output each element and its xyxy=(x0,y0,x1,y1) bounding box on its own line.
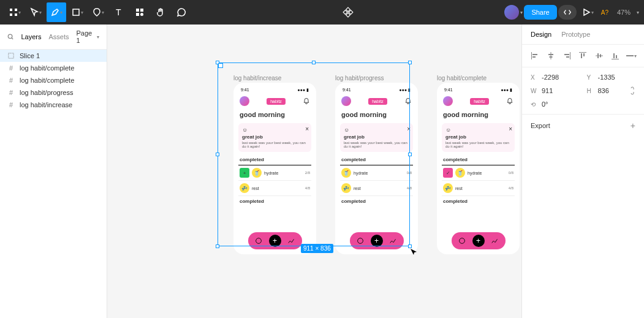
zoom-level[interactable]: 47% xyxy=(612,9,635,16)
phone-frame-3[interactable]: 9:41●●● ▮ habitz good morning ×☺great jo… xyxy=(437,83,520,254)
toolbar-right: ▾ Share ▾ A? 47% ▾ xyxy=(504,2,639,22)
prop-y[interactable]: Y-1335 xyxy=(587,74,636,81)
transform-props: X-2298 Y-1335 W911 H836 ⟲0° xyxy=(522,67,644,115)
layer-frame[interactable]: # log habit/complete xyxy=(0,74,107,86)
search-icon[interactable] xyxy=(7,33,13,40)
svg-rect-28 xyxy=(596,56,603,56)
slice-icon xyxy=(7,52,15,59)
nav-icon-2 xyxy=(491,237,499,245)
add-export-icon[interactable]: + xyxy=(631,121,635,131)
svg-rect-7 xyxy=(140,9,143,12)
svg-rect-33 xyxy=(616,55,617,58)
pen-tool[interactable]: ▾ xyxy=(47,2,66,22)
tab-design[interactable]: Design xyxy=(531,31,551,38)
bottom-nav: + xyxy=(452,232,506,249)
svg-rect-0 xyxy=(10,9,12,11)
nav-plus-icon: + xyxy=(472,235,485,247)
card-title: great job xyxy=(445,134,511,140)
layer-label: log habit/complete xyxy=(20,77,74,84)
resources-tool[interactable] xyxy=(130,2,150,22)
selection-handle[interactable] xyxy=(216,153,219,156)
svg-rect-19 xyxy=(551,52,551,59)
hydrate-icon: 🥤 xyxy=(455,168,465,178)
play-button[interactable]: ▾ xyxy=(578,2,597,22)
selection-handle[interactable] xyxy=(216,244,219,248)
svg-rect-2 xyxy=(10,13,12,16)
svg-point-9 xyxy=(140,13,143,16)
layers-list: Slice 1 # log habit/complete # log habit… xyxy=(0,50,107,318)
menu-button[interactable]: ▾ xyxy=(5,2,25,22)
layer-frame[interactable]: # log habit/increase xyxy=(0,99,107,111)
svg-rect-20 xyxy=(548,54,553,55)
nav-icon-1 xyxy=(458,237,466,245)
frame-label[interactable]: log habit/complete xyxy=(437,75,487,81)
move-tool[interactable]: ▾ xyxy=(26,2,45,22)
avatar[interactable] xyxy=(504,5,519,20)
tab-layers[interactable]: Layers xyxy=(21,33,41,40)
svg-rect-3 xyxy=(15,13,17,16)
selection-handle[interactable] xyxy=(216,61,219,64)
tab-prototype[interactable]: Prototype xyxy=(561,31,590,38)
check-icon: ✓ xyxy=(443,168,453,178)
svg-rect-6 xyxy=(136,9,139,12)
section-title: completed xyxy=(442,196,515,206)
layer-frame[interactable]: # log habit/complete xyxy=(0,62,107,74)
section-title: completed xyxy=(442,154,515,165)
frame-icon: # xyxy=(7,89,15,96)
hand-tool[interactable] xyxy=(151,2,170,22)
comment-tool[interactable] xyxy=(172,2,191,22)
layer-slice[interactable]: Slice 1 xyxy=(0,50,107,62)
dev-mode-toggle[interactable] xyxy=(558,5,577,20)
selection-box[interactable] xyxy=(218,62,410,246)
inspector-panel: Design Prototype ▾ X-2298 Y-1335 W911 H8… xyxy=(521,25,644,318)
selection-handle[interactable] xyxy=(312,61,316,64)
svg-rect-17 xyxy=(532,54,537,55)
frame-tool[interactable]: ▾ xyxy=(67,2,87,22)
panel-tabs: Layers Assets Page 1▾ xyxy=(0,25,107,50)
svg-rect-22 xyxy=(570,52,570,59)
align-center-h-icon[interactable] xyxy=(545,50,556,62)
text-tool[interactable]: T xyxy=(109,2,129,22)
layer-label: log habit/progress xyxy=(20,89,73,96)
info-card: ×☺great joblast week was your best week,… xyxy=(442,123,515,152)
export-label: Export xyxy=(531,122,550,129)
tab-assets[interactable]: Assets xyxy=(49,33,69,40)
selection-handle[interactable] xyxy=(408,61,412,64)
phone-header: habitz xyxy=(442,94,515,108)
svg-rect-4 xyxy=(73,9,79,15)
prop-w[interactable]: W911 xyxy=(531,87,580,94)
shape-tool[interactable]: ▾ xyxy=(88,2,108,22)
layer-frame[interactable]: # log habit/progress xyxy=(0,86,107,99)
frame-icon: # xyxy=(7,77,15,84)
status-bar: 9:41●●● ▮ xyxy=(442,86,515,94)
cursor-icon xyxy=(410,248,417,256)
distribute-icon[interactable]: ▾ xyxy=(626,50,637,62)
svg-rect-32 xyxy=(613,53,615,58)
align-top-icon[interactable] xyxy=(577,50,588,62)
missing-fonts-badge[interactable]: A? xyxy=(599,9,611,16)
canvas[interactable]: log habit/increase log habit/progress lo… xyxy=(107,25,521,318)
svg-text:T: T xyxy=(116,7,121,17)
selection-handle[interactable] xyxy=(408,153,412,156)
prop-rotation[interactable]: ⟲0° xyxy=(531,100,580,108)
svg-rect-23 xyxy=(564,54,569,55)
top-toolbar: ▾ ▾ ▾ ▾ ▾ T ▾ Share ▾ A? 47% ▾ xyxy=(0,0,644,25)
page-selector[interactable]: Page 1▾ xyxy=(77,29,99,44)
svg-rect-1 xyxy=(15,9,17,11)
share-button[interactable]: Share xyxy=(524,5,556,20)
prop-h[interactable]: H836 xyxy=(587,87,636,94)
rest-icon: 💤 xyxy=(443,183,453,193)
svg-rect-34 xyxy=(626,55,634,56)
align-right-icon[interactable] xyxy=(561,50,572,62)
card-emoji: ☺ xyxy=(445,127,511,133)
align-bottom-icon[interactable] xyxy=(610,50,621,62)
svg-rect-11 xyxy=(9,53,13,58)
prop-x[interactable]: X-2298 xyxy=(531,74,580,81)
habit-row: 💤rest4/8 xyxy=(442,181,515,196)
constrain-icon[interactable] xyxy=(629,86,635,95)
align-center-v-icon[interactable] xyxy=(594,50,605,62)
svg-rect-25 xyxy=(579,52,586,53)
layer-label: Slice 1 xyxy=(20,52,40,59)
align-left-icon[interactable] xyxy=(529,50,540,62)
close-icon: × xyxy=(509,126,512,132)
